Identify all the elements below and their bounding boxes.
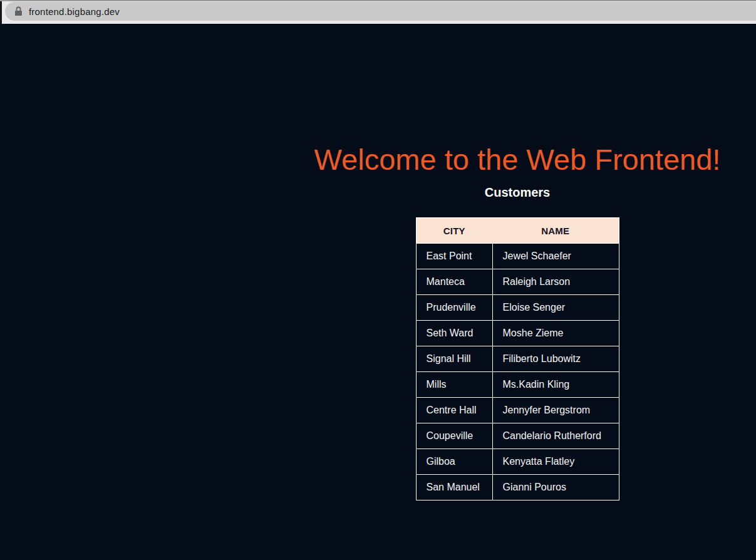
url-text[interactable]: frontend.bigbang.dev bbox=[29, 6, 120, 17]
name-cell: Eloise Senger bbox=[492, 295, 619, 321]
city-cell: Signal Hill bbox=[416, 346, 492, 372]
url-bar[interactable]: frontend.bigbang.dev bbox=[5, 2, 756, 21]
name-cell: Moshe Zieme bbox=[492, 321, 619, 346]
city-cell: Coupeville bbox=[416, 423, 492, 449]
table-row: Gilboa Kenyatta Flatley bbox=[416, 449, 619, 475]
name-cell: Jennyfer Bergstrom bbox=[492, 398, 619, 423]
name-cell: Candelario Rutherford bbox=[492, 423, 619, 449]
name-cell: Raleigh Larson bbox=[492, 269, 619, 295]
city-cell: Centre Hall bbox=[416, 398, 492, 423]
city-cell: Mills bbox=[416, 372, 492, 398]
table-row: Mills Ms.Kadin Kling bbox=[416, 372, 619, 398]
customers-heading: Customers bbox=[279, 185, 756, 200]
table-header: CITY NAME bbox=[416, 218, 619, 244]
column-header-name: NAME bbox=[492, 218, 619, 244]
browser-toolbar: frontend.bigbang.dev bbox=[0, 0, 756, 24]
city-cell: Prudenville bbox=[416, 295, 492, 321]
column-header-city: CITY bbox=[416, 218, 492, 244]
table-body: East Point Jewel Schaefer Manteca Raleig… bbox=[416, 244, 619, 500]
name-cell: Filiberto Lubowitz bbox=[492, 346, 619, 372]
page-title: Welcome to the Web Frontend! bbox=[279, 143, 756, 177]
name-cell: Ms.Kadin Kling bbox=[492, 372, 619, 398]
customers-table: CITY NAME East Point Jewel Schaefer Mant… bbox=[416, 217, 619, 500]
table-row: Seth Ward Moshe Zieme bbox=[416, 321, 619, 346]
name-cell: Kenyatta Flatley bbox=[492, 449, 619, 475]
city-cell: East Point bbox=[416, 244, 492, 269]
name-cell: Jewel Schaefer bbox=[492, 244, 619, 269]
city-cell: San Manuel bbox=[416, 475, 492, 500]
name-cell: Gianni Pouros bbox=[492, 475, 619, 500]
table-row: Prudenville Eloise Senger bbox=[416, 295, 619, 321]
table-row: Centre Hall Jennyfer Bergstrom bbox=[416, 398, 619, 423]
page-content: Welcome to the Web Frontend! Customers C… bbox=[279, 24, 756, 500]
city-cell: Manteca bbox=[416, 269, 492, 295]
city-cell: Seth Ward bbox=[416, 321, 492, 346]
table-row: East Point Jewel Schaefer bbox=[416, 244, 619, 269]
header-row: CITY NAME bbox=[416, 218, 619, 244]
table-row: Signal Hill Filiberto Lubowitz bbox=[416, 346, 619, 372]
table-row: Manteca Raleigh Larson bbox=[416, 269, 619, 295]
lock-icon bbox=[14, 6, 23, 16]
web-page: Welcome to the Web Frontend! Customers C… bbox=[0, 24, 756, 560]
table-row: Coupeville Candelario Rutherford bbox=[416, 423, 619, 449]
city-cell: Gilboa bbox=[416, 449, 492, 475]
table-row: San Manuel Gianni Pouros bbox=[416, 475, 619, 500]
